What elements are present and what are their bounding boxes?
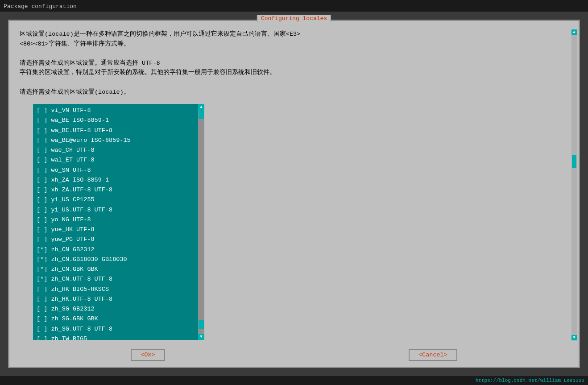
list-item[interactable]: [ ] zh_SG GB2312 [33,304,198,314]
list-item[interactable]: [ ] wae_CH UTF-8 [33,145,198,155]
ok-button[interactable]: <Ok> [131,349,165,361]
list-item[interactable]: [ ] xh_ZA ISO-8859-1 [33,175,198,185]
bottom-url: https://blog.csdn.net/William_Lee1333 [476,378,584,383]
list-item[interactable]: [ ] wa_BE ISO-8859-1 [33,116,198,125]
list-item[interactable]: [*] zh_CN.GBK GBK [33,265,198,274]
dialog-scrollbar-track [571,35,577,335]
cancel-button[interactable]: <Cancel> [409,349,457,361]
desc-line-5: 请选择需要生成的区域设置(locale)。 [20,87,568,97]
list-item[interactable]: [ ] xh_ZA.UTF-8 UTF-8 [33,185,198,195]
list-scrollbar: ▲ ▼ [198,104,204,340]
terminal-bottom-bar: https://blog.csdn.net/William_Lee1333 [0,376,588,385]
list-item[interactable]: [ ] zh_TW BIG5 [33,334,198,340]
desc-line-1: 区域设置(locale)是一种在多种语言之间切换的框架，用户可以通过它来设定自己… [20,29,568,39]
list-scrollbar-track [198,110,204,334]
desc-line-3: 请选择需要生成的区域设置。通常应当选择 UTF-8 [20,58,568,68]
locale-list[interactable]: [ ] vi_VN UTF-8[ ] wa_BE ISO-8859-1[ ] w… [33,104,198,340]
description-text: 区域设置(locale)是一种在多种语言之间切换的框架，用户可以通过它来设定自己… [20,29,568,97]
terminal-window: Package configuration Configuring locale… [0,0,588,385]
dialog-scrollbar-thumb [572,155,576,168]
list-container: [ ] vi_VN UTF-8[ ] wa_BE ISO-8859-1[ ] w… [33,104,568,340]
dialog-title: Configuring locales [257,15,331,22]
list-scrollbar-thumb-bot [199,320,204,329]
list-item[interactable]: [ ] wo_SN UTF-8 [33,166,198,175]
list-item[interactable]: [ ] wa_BE@euro ISO-8859-15 [33,136,198,145]
list-item[interactable]: [ ] yo_NG UTF-8 [33,215,198,225]
list-item[interactable]: [ ] zh_SG.UTF-8 UTF-8 [33,324,198,334]
terminal-title: Package configuration [4,3,77,10]
dialog-scroll-down[interactable]: ▼ [571,335,577,340]
list-scroll-down-arrow[interactable]: ▼ [198,334,204,340]
list-item[interactable]: [ ] yue_HK UTF-8 [33,225,198,235]
dialog: Configuring locales 区域设置(locale)是一种在多种语言… [8,20,580,368]
list-scroll-up-arrow[interactable]: ▲ [198,104,204,110]
list-item[interactable]: [ ] yi_US.UTF-8 UTF-8 [33,205,198,215]
list-item[interactable]: [ ] zh_SG.GBK GBK [33,314,198,324]
list-item[interactable]: [ ] vi_VN UTF-8 [33,106,198,116]
list-item[interactable]: [*] zh_CN.GB18030 GB18030 [33,255,198,265]
list-item[interactable]: [ ] zh_HK BIG5-HKSCS [33,285,198,294]
terminal-body: Configuring locales 区域设置(locale)是一种在多种语言… [0,12,588,376]
list-item[interactable]: [*] zh_CN.UTF-8 UTF-8 [33,274,198,284]
list-item[interactable]: [ ] yuw_PG UTF-8 [33,235,198,244]
desc-line-4: 字符集的区域设置，特别是对于新安装的系统。其他的字符集一般用于兼容旧系统和旧软件… [20,68,568,78]
list-item[interactable]: [ ] yi_US CP1255 [33,195,198,205]
list-item[interactable]: [*] zh_CN GB2312 [33,245,198,255]
button-bar: <Ok> <Cancel> [9,344,579,367]
desc-line-2: <80><81>字符集、字符串排序方式等。 [20,39,568,49]
list-item[interactable]: [ ] wal_ET UTF-8 [33,155,198,165]
terminal-title-bar: Package configuration [0,1,588,12]
dialog-scrollbar: ▲ ▼ [571,29,577,340]
list-item[interactable]: [ ] wa_BE.UTF-8 UTF-8 [33,126,198,136]
dialog-content: 区域设置(locale)是一种在多种语言之间切换的框架，用户可以通过它来设定自己… [9,21,579,344]
list-scrollbar-thumb [199,110,204,119]
dialog-scroll-up[interactable]: ▲ [571,29,577,35]
list-item[interactable]: [ ] zh_HK.UTF-8 UTF-8 [33,294,198,304]
